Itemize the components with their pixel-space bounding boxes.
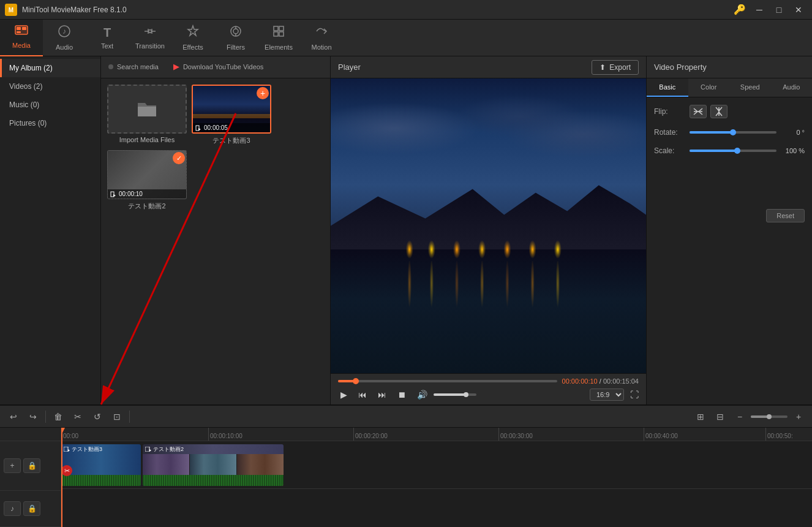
props-tab-color[interactable]: Color [688,78,730,97]
search-dot-icon [108,64,113,69]
toolbar-text[interactable]: T Text [86,20,129,56]
lock-track-button[interactable]: 🔒 [23,458,40,473]
export-button[interactable]: ⬆ Export [592,60,639,75]
rotate-label: Rotate: [654,128,685,137]
rotate-slider[interactable] [690,131,776,134]
clip1-icon [64,447,70,452]
clip2-wave [143,475,284,486]
total-time: 00:00:15:04 [603,377,639,385]
reset-button[interactable]: Reset [766,209,805,222]
scale-slider[interactable] [690,150,776,152]
minimize-button[interactable]: ─ [751,4,768,16]
youtube-icon: ▶ [173,62,179,71]
import-media-item[interactable]: Import Media Files [107,85,187,145]
rotate-handle[interactable] [730,129,736,135]
sidebar-item-videos[interactable]: Videos (2) [0,77,100,96]
toolbar-audio-label: Audio [56,44,73,51]
zoom-out-button[interactable]: − [731,409,748,424]
props-tabs: Basic Color Speed Audio [647,78,812,97]
track-clip-1[interactable]: テスト動画3 ✂ [61,444,141,486]
props-content: Flip: [647,97,812,404]
next-button[interactable]: ⏭ [375,389,389,401]
rotate-control: 0 ° [690,129,805,136]
toolbar-media-label: Media [12,42,31,49]
filters-icon [229,25,242,41]
volume-slider[interactable] [434,393,476,396]
aspect-ratio-select[interactable]: 16:9 4:3 1:1 [590,389,624,401]
timeline-tracks: 00:00 00:00:10:00 00:00:20:00 00:00:30:0… [61,428,812,527]
video-track-controls [0,428,61,441]
youtube-tab[interactable]: ▶ Download YouTube Videos [166,56,271,78]
video-track-row: + 🔒 [0,441,61,491]
fit-button[interactable]: ⊞ [692,409,709,424]
music-track-button[interactable]: ♪ [4,501,21,516]
player-video [331,78,646,373]
add-track-button[interactable]: + [4,458,21,473]
video2-check-button[interactable]: ✓ [173,152,185,164]
timeline: ↩ ↪ 🗑 ✂ ↺ ⊡ ⊞ ⊟ − + + 🔒 ♪ [0,404,812,527]
flip-horizontal-button[interactable] [690,105,707,118]
properties-panel: Video Property Basic Color Speed Audio F… [647,56,812,404]
video3-overlay: 00:00:05 [193,123,270,132]
toolbar-text-label: Text [101,42,113,50]
search-media-tab[interactable]: Search media [101,56,166,78]
lock-audio-button[interactable]: 🔒 [23,501,40,516]
effects-icon [186,25,200,41]
stop-button[interactable]: ⏹ [395,389,408,401]
sidebar-item-pictures[interactable]: Pictures (0) [0,114,100,132]
play-button[interactable]: ▶ [338,389,350,401]
video3-duration: 00:00:05 [204,124,228,131]
color-tab-label: Color [701,83,716,91]
maximize-button[interactable]: □ [770,4,788,16]
toolbar-filters[interactable]: Filters [214,20,257,56]
video3-item[interactable]: 00:00:05 + テスト動画3 [192,85,271,145]
toolbar-media[interactable]: Media [0,20,43,56]
media-grid: Import Media Files 00:00:05 + テスト動画3 [101,78,330,404]
video3-thumb[interactable]: 00:00:05 + [192,85,271,134]
fullscreen-button[interactable]: ⛶ [630,390,639,400]
app-title: MiniTool MovieMaker Free 8.1.0 [22,6,729,14]
timeline-content: + 🔒 ♪ 🔒 00:00 00:00:10:00 00:00:20:00 00… [0,428,812,527]
svg-point-11 [233,29,238,34]
progress-bar[interactable] [338,380,557,382]
video2-item[interactable]: 00:00:10 ✓ テスト動画2 [107,150,187,211]
redo-button[interactable]: ↪ [24,409,42,424]
progress-handle[interactable] [353,378,359,384]
toolbar-elements[interactable]: Elements [257,20,300,56]
transition-icon [143,26,157,40]
cut-button[interactable]: ✂ [69,409,86,424]
flip-label: Flip: [654,107,685,116]
crop-button[interactable]: ⊡ [108,409,126,424]
split-button[interactable]: ⊟ [712,409,729,424]
toolbar-audio[interactable]: ♪ Audio [43,20,86,56]
flip-vertical-button[interactable] [710,105,727,118]
svg-marker-25 [149,449,151,452]
volume-button[interactable]: 🔊 [415,389,430,401]
delete-button[interactable]: 🗑 [50,409,67,424]
undo-button[interactable]: ↩ [5,409,22,424]
import-thumb[interactable] [107,85,187,134]
zoom-handle[interactable] [767,414,772,419]
zoom-slider[interactable] [751,415,788,418]
zoom-in-button[interactable]: + [790,409,807,424]
sidebar-item-myalbum[interactable]: My Album (2) [0,59,100,77]
video2-thumb[interactable]: 00:00:10 ✓ [107,150,187,199]
props-tab-speed[interactable]: Speed [729,78,771,97]
timeline-playhead[interactable] [61,428,62,527]
toolbar-effects[interactable]: Effects [171,20,214,56]
close-button[interactable]: ✕ [790,4,807,16]
flip-v-icon [715,107,723,116]
toolbar-transition[interactable]: Transition [129,20,171,56]
toolbar-motion[interactable]: Motion [300,20,343,56]
prev-button[interactable]: ⏮ [356,389,369,401]
props-tab-audio[interactable]: Audio [771,78,813,97]
sidebar-item-music[interactable]: Music (0) [0,96,100,114]
volume-handle[interactable] [464,392,468,397]
track-clip-2[interactable]: テスト動画2 [143,444,284,486]
props-tab-basic[interactable]: Basic [647,78,688,97]
video3-add-button[interactable]: + [257,87,269,99]
svg-rect-16 [274,32,278,36]
scale-handle[interactable] [734,148,740,154]
undo2-button[interactable]: ↺ [89,409,106,424]
basic-tab-label: Basic [659,83,675,91]
